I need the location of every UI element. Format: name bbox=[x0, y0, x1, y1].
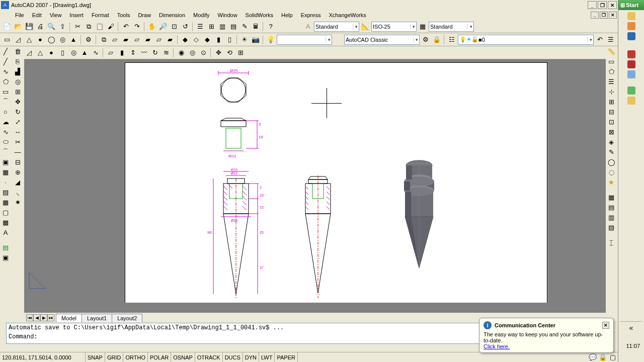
3drotate-icon[interactable]: ⟲ bbox=[224, 48, 234, 58]
ellipsearc-icon[interactable]: ⌒ bbox=[0, 147, 11, 157]
doc-restore-button[interactable]: ❐ bbox=[600, 12, 608, 19]
arc-icon[interactable]: ⌒ bbox=[0, 97, 11, 107]
tool-icn6[interactable]: ✎ bbox=[606, 147, 617, 157]
restore-button[interactable]: ❐ bbox=[598, 1, 607, 9]
toggle-snap[interactable]: SNAP bbox=[86, 352, 105, 362]
tool-icn12[interactable]: ▧ bbox=[606, 222, 617, 232]
menu-file[interactable]: File bbox=[11, 11, 28, 19]
insert-cursor-icon[interactable]: ⌶ bbox=[606, 237, 617, 247]
tab-layout1[interactable]: Layout1 bbox=[82, 314, 112, 322]
region2-icon[interactable]: ⬠ bbox=[606, 66, 617, 76]
menu-solidworks[interactable]: SolidWorks bbox=[242, 11, 277, 19]
light-icon[interactable]: 💡 bbox=[266, 35, 276, 45]
faces6-icon[interactable]: ▰ bbox=[165, 35, 175, 45]
tool-icn8[interactable]: ◌ bbox=[606, 167, 617, 177]
toggle-otrack[interactable]: OTRACK bbox=[195, 352, 223, 362]
tab-nav-first[interactable]: ⏮ bbox=[26, 314, 33, 321]
blocks-icon[interactable]: ▣ bbox=[0, 252, 11, 262]
wedge-icon[interactable]: ◿ bbox=[13, 35, 23, 45]
redo-icon[interactable]: ↷ bbox=[132, 22, 142, 32]
faces2-icon[interactable]: ▰ bbox=[121, 35, 131, 45]
subtract-icon[interactable]: ◎ bbox=[187, 48, 197, 58]
table-icon[interactable]: ▦ bbox=[0, 217, 11, 227]
3dalign-icon[interactable]: ⊞ bbox=[235, 48, 246, 58]
explode-icon[interactable]: ✷ bbox=[12, 197, 23, 207]
tablestyle-icon[interactable]: ▦ bbox=[418, 22, 428, 32]
render-icon[interactable]: ☀ bbox=[239, 35, 250, 45]
tool-icn7[interactable]: ◯ bbox=[606, 157, 617, 167]
copies-icon[interactable]: ⧉ bbox=[99, 35, 109, 45]
layer-states-icon[interactable]: ☰ bbox=[606, 35, 616, 45]
line-icon[interactable]: ╱ bbox=[0, 46, 11, 56]
sheetset-icon[interactable]: ▤ bbox=[228, 22, 238, 32]
faces3-icon[interactable]: ▱ bbox=[132, 35, 142, 45]
wedge3d-icon[interactable]: ◿ bbox=[24, 48, 34, 58]
box-icon[interactable]: ▭ bbox=[2, 35, 12, 45]
tool-icn4[interactable]: ⊠ bbox=[606, 127, 617, 137]
sweep-icon[interactable]: 〰 bbox=[139, 48, 149, 58]
torus3d-icon[interactable]: ◎ bbox=[68, 48, 78, 58]
calc-icon[interactable]: 🖩 bbox=[251, 22, 261, 32]
tray-app-red-icon[interactable] bbox=[627, 50, 635, 58]
textstyle-a-icon[interactable]: A bbox=[303, 22, 313, 32]
trim-icon[interactable]: ✂ bbox=[12, 137, 23, 147]
comm-center-icon[interactable]: 💬 bbox=[588, 352, 598, 363]
text-style-combo[interactable]: Standard bbox=[314, 22, 359, 32]
toggle-ortho[interactable]: ORTHO bbox=[123, 352, 148, 362]
presspull-icon[interactable]: ⇕ bbox=[128, 48, 138, 58]
rotate-icon[interactable]: ↻ bbox=[12, 107, 23, 117]
area-icon[interactable]: ▭ bbox=[606, 56, 617, 66]
help-icon[interactable]: ? bbox=[266, 22, 276, 32]
hatch-icon[interactable]: ▨ bbox=[0, 187, 11, 197]
planar-icon[interactable]: ▱ bbox=[106, 48, 116, 58]
tray-folder-icon[interactable] bbox=[627, 12, 635, 20]
tray-search-icon[interactable] bbox=[627, 86, 635, 95]
publish-icon[interactable]: ⇪ bbox=[57, 22, 67, 32]
region-icon[interactable]: ▢ bbox=[0, 207, 11, 217]
menu-tools[interactable]: Tools bbox=[113, 11, 134, 19]
dist-icon[interactable]: 📏 bbox=[606, 46, 617, 56]
ws-save-icon[interactable]: ⚙ bbox=[84, 35, 94, 45]
extend-icon[interactable]: — bbox=[12, 147, 23, 157]
markup-icon[interactable]: ✎ bbox=[239, 22, 250, 32]
offset-icon[interactable]: ◎ bbox=[12, 76, 23, 86]
menu-window[interactable]: Window bbox=[213, 11, 241, 19]
menu-draw[interactable]: Draw bbox=[134, 11, 155, 19]
menu-modify[interactable]: Modify bbox=[189, 11, 213, 19]
tray-doc-icon[interactable] bbox=[627, 97, 635, 105]
tab-layout2[interactable]: Layout2 bbox=[112, 314, 142, 322]
move-icon[interactable]: ✥ bbox=[12, 97, 23, 107]
list-icon[interactable]: ☰ bbox=[606, 76, 617, 86]
revcloud-icon[interactable]: ☁ bbox=[0, 117, 11, 127]
save-icon[interactable]: 💾 bbox=[24, 22, 34, 32]
insertblock-icon[interactable]: ▣ bbox=[0, 157, 11, 167]
layer-manager-icon[interactable]: ☷ bbox=[447, 35, 457, 45]
toggle-osnap[interactable]: OSNAP bbox=[171, 352, 195, 362]
loft-icon[interactable]: ≋ bbox=[161, 48, 171, 58]
solid2-icon[interactable]: ◇ bbox=[191, 35, 201, 45]
doc-minimize-button[interactable]: _ bbox=[591, 12, 599, 19]
faces1-icon[interactable]: ▱ bbox=[110, 35, 120, 45]
tray-media-icon[interactable] bbox=[627, 22, 635, 30]
visual-combo[interactable] bbox=[277, 35, 332, 45]
ws-settings-icon[interactable]: ⚙ bbox=[421, 35, 431, 45]
tool-icn1[interactable]: ⊞ bbox=[606, 97, 617, 107]
start-button[interactable]: Start bbox=[618, 0, 644, 10]
minimize-button[interactable]: _ bbox=[588, 1, 597, 9]
cone-icon[interactable]: △ bbox=[24, 35, 34, 45]
tab-nav-prev[interactable]: ◀ bbox=[33, 314, 40, 321]
toggle-dyn[interactable]: DYN bbox=[243, 352, 259, 362]
properties-icon[interactable]: ☰ bbox=[195, 22, 205, 32]
sphere-icon[interactable]: ● bbox=[35, 35, 45, 45]
cylinder3d-icon[interactable]: ▯ bbox=[57, 48, 67, 58]
tool-icn11[interactable]: ▥ bbox=[606, 212, 617, 222]
cylinder-icon[interactable]: ◯ bbox=[46, 35, 56, 45]
cone3d-icon[interactable]: △ bbox=[35, 48, 45, 58]
dimstyle-icon[interactable]: 📐 bbox=[360, 22, 370, 32]
toggle-lwt[interactable]: LWT bbox=[259, 352, 275, 362]
workspace-combo[interactable]: AutoCAD Classic bbox=[344, 35, 420, 45]
close-button[interactable]: ✕ bbox=[608, 1, 617, 9]
zoomprev-icon[interactable]: ↺ bbox=[180, 22, 190, 32]
menu-view[interactable]: View bbox=[46, 11, 66, 19]
stretch-icon[interactable]: ↔ bbox=[12, 127, 23, 137]
